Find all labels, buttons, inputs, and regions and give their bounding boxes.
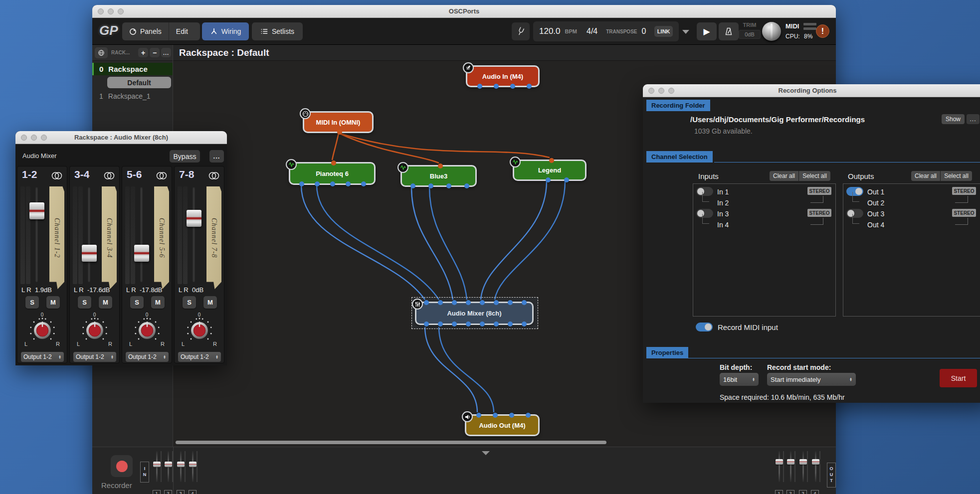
mute-button[interactable]: M xyxy=(46,296,60,309)
in-fader-4[interactable] xyxy=(189,462,196,467)
stereo-link-badge[interactable]: STEREO xyxy=(952,209,976,217)
tab-setlists[interactable]: Setlists xyxy=(252,22,303,40)
midi-out-port[interactable] xyxy=(337,130,342,135)
stereo-icon xyxy=(51,171,63,180)
fader-track[interactable] xyxy=(140,186,143,282)
mute-button[interactable]: M xyxy=(203,296,217,309)
link-button[interactable]: LINK xyxy=(654,26,673,37)
horizontal-scrollbar[interactable] xyxy=(176,441,606,444)
time-signature[interactable]: 4/4 xyxy=(587,27,597,36)
block-pianoteq[interactable]: Pianoteq 6 xyxy=(289,162,376,185)
browse-button[interactable]: ... xyxy=(967,114,980,124)
block-audio-out[interactable]: Audio Out (M4) xyxy=(465,414,540,436)
in-fader-2[interactable] xyxy=(165,462,172,467)
zoom-button[interactable] xyxy=(118,8,124,14)
solo-button[interactable]: S xyxy=(78,296,91,309)
fader-track[interactable] xyxy=(88,186,90,282)
minimize-button[interactable] xyxy=(658,88,664,94)
solo-button[interactable]: S xyxy=(130,296,144,309)
fader-handle[interactable] xyxy=(187,210,201,227)
close-button[interactable] xyxy=(648,88,654,94)
out-fader-2[interactable] xyxy=(787,459,794,465)
output-select[interactable]: Output 1-2▲▼ xyxy=(73,352,116,362)
pan-knob[interactable] xyxy=(81,317,109,344)
in-fader-1[interactable] xyxy=(153,462,161,467)
outputs-list: Out 1 STEREO Out 2 Out 3 STEREO Out 4 xyxy=(843,183,980,317)
panic-button[interactable]: ! xyxy=(816,24,829,38)
solo-button[interactable]: S xyxy=(25,296,39,309)
tab-wiring[interactable]: Wiring xyxy=(202,22,249,40)
mute-button[interactable]: M xyxy=(151,296,165,309)
close-button[interactable] xyxy=(21,135,27,141)
pan-knob[interactable] xyxy=(133,317,161,344)
fader-track[interactable] xyxy=(193,186,195,282)
global-rackspace-button[interactable] xyxy=(95,47,108,58)
stereo-link-badge[interactable]: STEREO xyxy=(807,187,831,195)
zoom-button[interactable] xyxy=(668,88,674,94)
tab-panels[interactable]: Panels xyxy=(122,22,169,40)
variation-item[interactable]: Default xyxy=(107,77,171,88)
out-fader-3[interactable] xyxy=(799,459,807,465)
inputs-clear-all[interactable]: Clear all xyxy=(770,171,798,181)
outputs-select-all[interactable]: Select all xyxy=(941,171,972,181)
block-audio-mixer[interactable]: Audio Mixer (8ch) xyxy=(415,302,534,325)
tuner-button[interactable] xyxy=(512,22,530,40)
bottom-bar: Recorder IN 1 2 3 4 1 2 3 4 OUT xyxy=(92,447,836,494)
show-button[interactable]: Show xyxy=(942,114,965,124)
stereo-link-badge[interactable]: STEREO xyxy=(807,209,831,217)
bit-depth-select[interactable]: 16bit▲▼ xyxy=(720,373,759,386)
add-rackspace-button[interactable]: + xyxy=(138,48,148,57)
inputs-select-all[interactable]: Select all xyxy=(799,171,830,181)
fader-handle[interactable] xyxy=(29,202,44,219)
output-select[interactable]: Output 1-2▲▼ xyxy=(178,352,221,362)
audio-out-port[interactable] xyxy=(477,84,482,89)
minimize-button[interactable] xyxy=(108,8,114,14)
block-blue3[interactable]: Blue3 xyxy=(400,165,477,187)
start-mode-select[interactable]: Start immediately▲▼ xyxy=(767,373,856,386)
block-audio-in[interactable]: Audio In (M4) xyxy=(466,65,540,87)
out-fader-4[interactable] xyxy=(812,459,819,465)
in-fader-3[interactable] xyxy=(177,462,185,467)
mute-button[interactable]: M xyxy=(99,296,112,309)
trim-value[interactable]: 0dB xyxy=(739,30,761,39)
tab-edit[interactable]: Edit xyxy=(169,27,195,35)
pan-knob[interactable] xyxy=(28,317,56,344)
pan-knob[interactable] xyxy=(186,317,213,344)
tab-properties[interactable]: Properties xyxy=(646,347,688,358)
midi-activity-bars xyxy=(803,23,816,30)
output-select[interactable]: Output 1-2▲▼ xyxy=(126,352,169,362)
bypass-button[interactable]: Bypass xyxy=(170,150,200,163)
tab-channel-selection[interactable]: Channel Selection xyxy=(646,151,713,163)
bpm-value[interactable]: 120.0 xyxy=(539,26,561,36)
out-fader-1[interactable] xyxy=(776,459,783,465)
recorder-button[interactable] xyxy=(111,455,133,477)
outputs-clear-all[interactable]: Clear all xyxy=(911,171,940,181)
fader-handle[interactable] xyxy=(82,245,97,262)
solo-button[interactable]: S xyxy=(183,296,196,309)
transport-caret[interactable] xyxy=(682,30,689,34)
fader-track[interactable] xyxy=(35,186,38,282)
mixer-channel-strip: 5-6 Channel 5-6 L R -17.8dB S M 0 LR Out… xyxy=(122,166,172,363)
block-legend[interactable]: Legend xyxy=(513,160,587,181)
block-midi-in[interactable]: MIDI In (OMNI) xyxy=(303,111,374,133)
record-midi-toggle[interactable] xyxy=(696,323,713,331)
fader-handle[interactable] xyxy=(134,245,149,262)
metronome-button[interactable] xyxy=(719,22,739,40)
start-button[interactable]: Start xyxy=(940,369,977,387)
transpose-value[interactable]: 0 xyxy=(641,27,646,36)
play-button[interactable]: ▶ xyxy=(697,22,717,40)
close-button[interactable] xyxy=(98,8,104,14)
output-select[interactable]: Output 1-2▲▼ xyxy=(21,352,64,362)
rackspace-item-selected[interactable]: 0 Rackspace xyxy=(92,63,173,75)
tab-recording-folder[interactable]: Recording Folder xyxy=(646,100,710,111)
rackspace-menu-button[interactable]: ... xyxy=(161,48,171,57)
stereo-link-badge[interactable]: STEREO xyxy=(952,187,976,195)
minimize-button[interactable] xyxy=(31,135,37,141)
plugin-menu-button[interactable]: ... xyxy=(209,150,224,163)
trim-knob[interactable] xyxy=(762,22,781,41)
rackspace-item[interactable]: 1 Rackspace_1 xyxy=(92,91,173,102)
remove-rackspace-button[interactable]: − xyxy=(150,48,160,57)
cpu-label: CPU: xyxy=(785,33,800,40)
zoom-button[interactable] xyxy=(41,135,47,141)
collapse-panel-chevron[interactable] xyxy=(482,451,490,455)
